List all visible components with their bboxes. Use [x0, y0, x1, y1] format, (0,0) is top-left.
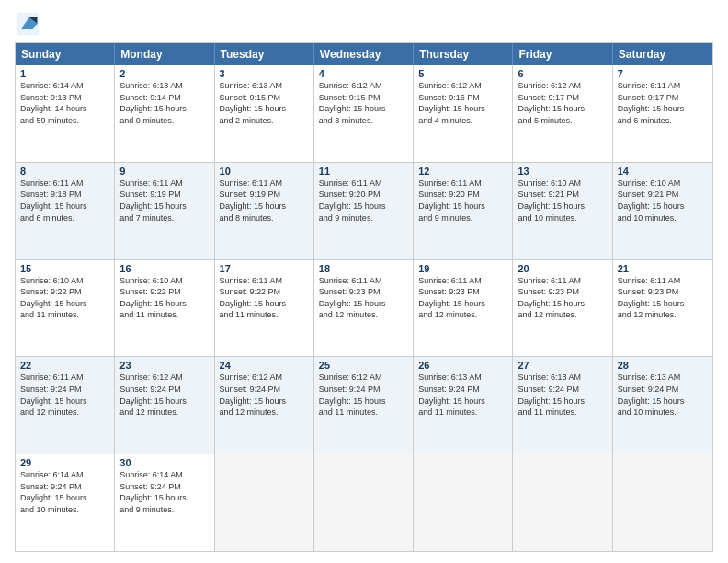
day-info: Sunrise: 6:10 AM Sunset: 9:22 PM Dayligh…: [119, 275, 209, 321]
day-info: Sunrise: 6:11 AM Sunset: 9:18 PM Dayligh…: [20, 178, 109, 224]
day-number: 7: [618, 68, 708, 79]
cal-cell: 24Sunrise: 6:12 AM Sunset: 9:24 PM Dayli…: [215, 357, 314, 454]
cal-cell: 12Sunrise: 6:11 AM Sunset: 9:20 PM Dayli…: [414, 163, 513, 259]
cal-cell: 8Sunrise: 6:11 AM Sunset: 9:18 PM Daylig…: [16, 163, 115, 259]
cal-cell: 1Sunrise: 6:14 AM Sunset: 9:13 PM Daylig…: [16, 65, 115, 162]
day-number: 1: [20, 68, 109, 79]
cal-cell: 16Sunrise: 6:10 AM Sunset: 9:22 PM Dayli…: [115, 260, 214, 357]
day-number: 22: [20, 360, 109, 371]
day-number: 21: [618, 263, 708, 274]
cal-cell: [613, 454, 712, 551]
day-info: Sunrise: 6:13 AM Sunset: 9:14 PM Dayligh…: [119, 80, 209, 126]
calendar-row-1: 1Sunrise: 6:14 AM Sunset: 9:13 PM Daylig…: [16, 65, 712, 162]
day-info: Sunrise: 6:11 AM Sunset: 9:19 PM Dayligh…: [220, 178, 309, 224]
day-info: Sunrise: 6:12 AM Sunset: 9:15 PM Dayligh…: [319, 80, 408, 126]
day-info: Sunrise: 6:11 AM Sunset: 9:17 PM Dayligh…: [618, 80, 708, 126]
day-info: Sunrise: 6:14 AM Sunset: 9:24 PM Dayligh…: [20, 469, 109, 515]
cal-cell: 28Sunrise: 6:13 AM Sunset: 9:24 PM Dayli…: [613, 357, 712, 454]
cal-cell: [215, 454, 314, 551]
cal-cell: 7Sunrise: 6:11 AM Sunset: 9:17 PM Daylig…: [613, 65, 712, 162]
cal-cell: 13Sunrise: 6:10 AM Sunset: 9:21 PM Dayli…: [513, 163, 612, 259]
logo: [15, 11, 44, 37]
day-number: 3: [220, 68, 309, 79]
logo-icon: [15, 11, 40, 37]
day-number: 5: [418, 68, 507, 79]
day-info: Sunrise: 6:11 AM Sunset: 9:23 PM Dayligh…: [618, 275, 708, 321]
day-number: 9: [119, 166, 209, 177]
day-number: 25: [319, 360, 408, 371]
day-info: Sunrise: 6:10 AM Sunset: 9:21 PM Dayligh…: [618, 178, 708, 224]
day-number: 17: [220, 263, 309, 274]
day-number: 10: [220, 166, 309, 177]
day-info: Sunrise: 6:14 AM Sunset: 9:24 PM Dayligh…: [119, 469, 209, 515]
day-number: 13: [518, 166, 607, 177]
header-cell-wednesday: Wednesday: [314, 43, 414, 65]
calendar-row-2: 8Sunrise: 6:11 AM Sunset: 9:18 PM Daylig…: [16, 162, 712, 259]
calendar-row-5: 29Sunrise: 6:14 AM Sunset: 9:24 PM Dayli…: [16, 454, 712, 551]
day-info: Sunrise: 6:12 AM Sunset: 9:17 PM Dayligh…: [518, 80, 607, 126]
page: SundayMondayTuesdayWednesdayThursdayFrid…: [0, 0, 728, 563]
cal-cell: 22Sunrise: 6:11 AM Sunset: 9:24 PM Dayli…: [16, 357, 115, 454]
header-cell-monday: Monday: [115, 43, 214, 65]
cal-cell: [414, 454, 513, 551]
day-info: Sunrise: 6:12 AM Sunset: 9:24 PM Dayligh…: [319, 372, 408, 418]
cal-cell: 14Sunrise: 6:10 AM Sunset: 9:21 PM Dayli…: [613, 163, 712, 259]
day-info: Sunrise: 6:13 AM Sunset: 9:24 PM Dayligh…: [518, 372, 607, 418]
cal-cell: 5Sunrise: 6:12 AM Sunset: 9:16 PM Daylig…: [414, 65, 513, 162]
calendar-row-3: 15Sunrise: 6:10 AM Sunset: 9:22 PM Dayli…: [16, 259, 712, 357]
cal-cell: 20Sunrise: 6:11 AM Sunset: 9:23 PM Dayli…: [513, 260, 612, 357]
cal-cell: 3Sunrise: 6:13 AM Sunset: 9:15 PM Daylig…: [215, 65, 314, 162]
cal-cell: 15Sunrise: 6:10 AM Sunset: 9:22 PM Dayli…: [16, 260, 115, 357]
day-number: 14: [618, 166, 708, 177]
cal-cell: 9Sunrise: 6:11 AM Sunset: 9:19 PM Daylig…: [115, 163, 214, 259]
header-cell-saturday: Saturday: [613, 43, 712, 65]
day-number: 27: [518, 360, 607, 371]
day-number: 19: [418, 263, 507, 274]
day-number: 4: [319, 68, 408, 79]
cal-cell: 19Sunrise: 6:11 AM Sunset: 9:23 PM Dayli…: [414, 260, 513, 357]
day-info: Sunrise: 6:11 AM Sunset: 9:22 PM Dayligh…: [220, 275, 309, 321]
cal-cell: 27Sunrise: 6:13 AM Sunset: 9:24 PM Dayli…: [513, 357, 612, 454]
cal-cell: 4Sunrise: 6:12 AM Sunset: 9:15 PM Daylig…: [314, 65, 414, 162]
day-number: 26: [418, 360, 507, 371]
day-info: Sunrise: 6:12 AM Sunset: 9:16 PM Dayligh…: [418, 80, 507, 126]
day-info: Sunrise: 6:10 AM Sunset: 9:22 PM Dayligh…: [20, 275, 109, 321]
cal-cell: 10Sunrise: 6:11 AM Sunset: 9:19 PM Dayli…: [215, 163, 314, 259]
day-info: Sunrise: 6:11 AM Sunset: 9:23 PM Dayligh…: [418, 275, 507, 321]
day-number: 29: [20, 457, 109, 468]
cal-cell: 23Sunrise: 6:12 AM Sunset: 9:24 PM Dayli…: [115, 357, 214, 454]
cal-cell: 6Sunrise: 6:12 AM Sunset: 9:17 PM Daylig…: [513, 65, 612, 162]
day-info: Sunrise: 6:11 AM Sunset: 9:23 PM Dayligh…: [319, 275, 408, 321]
cal-cell: 26Sunrise: 6:13 AM Sunset: 9:24 PM Dayli…: [414, 357, 513, 454]
day-info: Sunrise: 6:11 AM Sunset: 9:24 PM Dayligh…: [20, 372, 109, 418]
cal-cell: 29Sunrise: 6:14 AM Sunset: 9:24 PM Dayli…: [16, 454, 115, 551]
header-cell-thursday: Thursday: [414, 43, 513, 65]
day-info: Sunrise: 6:13 AM Sunset: 9:24 PM Dayligh…: [418, 372, 507, 418]
calendar-row-4: 22Sunrise: 6:11 AM Sunset: 9:24 PM Dayli…: [16, 356, 712, 454]
day-number: 2: [119, 68, 209, 79]
day-info: Sunrise: 6:10 AM Sunset: 9:21 PM Dayligh…: [518, 178, 607, 224]
cal-cell: 30Sunrise: 6:14 AM Sunset: 9:24 PM Dayli…: [115, 454, 214, 551]
day-info: Sunrise: 6:11 AM Sunset: 9:19 PM Dayligh…: [119, 178, 209, 224]
calendar: SundayMondayTuesdayWednesdayThursdayFrid…: [15, 42, 713, 552]
day-info: Sunrise: 6:12 AM Sunset: 9:24 PM Dayligh…: [119, 372, 209, 418]
day-number: 30: [119, 457, 209, 468]
day-number: 12: [418, 166, 507, 177]
day-info: Sunrise: 6:11 AM Sunset: 9:23 PM Dayligh…: [518, 275, 607, 321]
day-number: 6: [518, 68, 607, 79]
day-number: 24: [220, 360, 309, 371]
day-number: 16: [119, 263, 209, 274]
day-number: 28: [618, 360, 708, 371]
calendar-body: 1Sunrise: 6:14 AM Sunset: 9:13 PM Daylig…: [16, 65, 712, 551]
header-cell-tuesday: Tuesday: [215, 43, 314, 65]
day-info: Sunrise: 6:14 AM Sunset: 9:13 PM Dayligh…: [20, 80, 109, 126]
cal-cell: 18Sunrise: 6:11 AM Sunset: 9:23 PM Dayli…: [314, 260, 414, 357]
day-number: 20: [518, 263, 607, 274]
day-info: Sunrise: 6:13 AM Sunset: 9:15 PM Dayligh…: [220, 80, 309, 126]
calendar-header: SundayMondayTuesdayWednesdayThursdayFrid…: [16, 43, 712, 65]
header-cell-friday: Friday: [513, 43, 612, 65]
day-info: Sunrise: 6:11 AM Sunset: 9:20 PM Dayligh…: [418, 178, 507, 224]
cal-cell: 25Sunrise: 6:12 AM Sunset: 9:24 PM Dayli…: [314, 357, 414, 454]
cal-cell: [314, 454, 414, 551]
day-number: 18: [319, 263, 408, 274]
